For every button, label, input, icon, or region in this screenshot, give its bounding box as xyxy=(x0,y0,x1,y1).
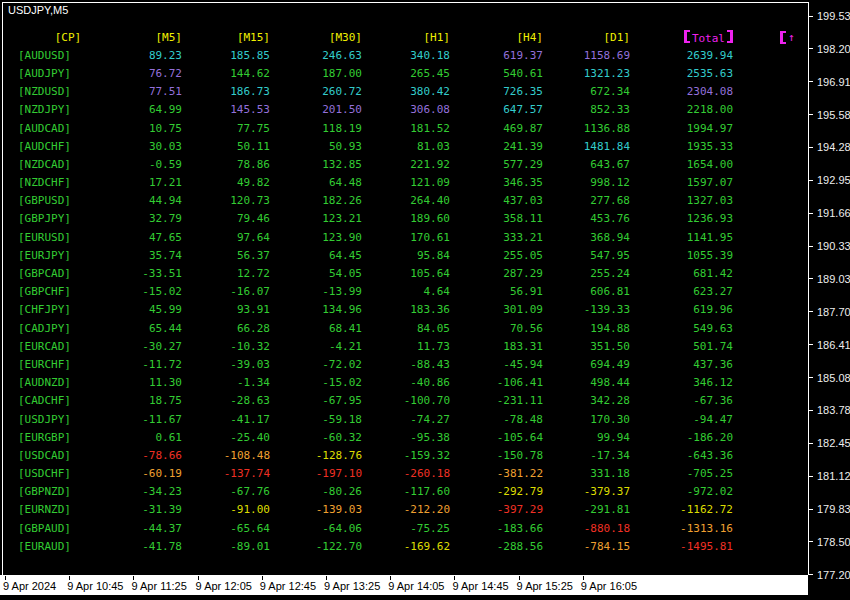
time-label: 9 Apr 14:05 xyxy=(388,580,444,592)
price-label: 199.538 xyxy=(817,10,850,22)
value-cell: 99.94 xyxy=(543,431,630,444)
table-row: [GBPUSD]44.94120.73182.26264.40437.03277… xyxy=(18,192,733,210)
table-row: [NZDUSD]77.51186.73260.72380.42726.35672… xyxy=(18,83,733,101)
pair-label: [EURAUD] xyxy=(18,540,118,553)
value-cell: 17.21 xyxy=(118,176,182,189)
price-tick xyxy=(808,311,813,312)
value-cell: -72.02 xyxy=(270,358,362,371)
value-cell: 84.05 xyxy=(362,322,450,335)
table-row: [AUDJPY]76.72144.62187.00265.45540.61132… xyxy=(18,64,733,82)
time-label: 9 Apr 13:25 xyxy=(324,580,380,592)
value-cell: 277.68 xyxy=(543,194,630,207)
value-cell: -91.00 xyxy=(182,503,270,516)
value-cell: -60.19 xyxy=(118,467,182,480)
value-cell: -784.15 xyxy=(543,540,630,553)
left-lenticular-bracket xyxy=(684,30,690,43)
value-cell: 1597.07 xyxy=(630,176,733,189)
value-cell: -41.17 xyxy=(182,413,270,426)
price-tick xyxy=(808,180,813,181)
table-row: [GBPJPY]32.7979.46123.21189.60358.11453.… xyxy=(18,210,733,228)
value-cell: -231.11 xyxy=(450,394,543,407)
right-lenticular-bracket xyxy=(727,30,733,43)
value-cell: 132.85 xyxy=(270,158,362,171)
time-label: 9 Apr 14:45 xyxy=(452,580,508,592)
table-row: [GBPCHF]-15.02-16.07-13.994.6456.91606.8… xyxy=(18,283,733,301)
value-cell: -880.18 xyxy=(543,522,630,535)
pair-label: [EURJPY] xyxy=(18,249,118,262)
value-cell: 120.73 xyxy=(182,194,270,207)
value-cell: -106.41 xyxy=(450,376,543,389)
pair-label: [AUDNZD] xyxy=(18,376,118,389)
value-cell: 79.46 xyxy=(182,212,270,225)
price-label: 178.503 xyxy=(817,536,850,548)
value-cell: 118.19 xyxy=(270,122,362,135)
pair-label: [USDCHF] xyxy=(18,467,118,480)
value-cell: 1136.88 xyxy=(543,122,630,135)
value-cell: -31.39 xyxy=(118,503,182,516)
value-cell: -1495.81 xyxy=(630,540,733,553)
left-lenticular-bracket xyxy=(780,31,786,44)
table-row: [EURUSD]47.6597.64123.90170.61333.21368.… xyxy=(18,228,733,246)
price-tick xyxy=(808,213,813,214)
time-label: 9 Apr 11:25 xyxy=(131,580,186,592)
value-cell: 1327.03 xyxy=(630,194,733,207)
value-cell: -67.95 xyxy=(270,394,362,407)
price-label: 181.128 xyxy=(817,470,850,482)
value-cell: 255.24 xyxy=(543,267,630,280)
value-cell: -197.10 xyxy=(270,467,362,480)
value-cell: 77.51 xyxy=(118,85,182,98)
value-cell: 123.21 xyxy=(270,212,362,225)
value-cell: -17.34 xyxy=(543,449,630,462)
value-cell: -128.76 xyxy=(270,449,362,462)
price-label: 196.913 xyxy=(817,76,850,88)
value-cell: 501.74 xyxy=(630,340,733,353)
value-cell: 93.91 xyxy=(182,303,270,316)
value-cell: -150.78 xyxy=(450,449,543,462)
value-cell: 333.21 xyxy=(450,231,543,244)
value-cell: 346.12 xyxy=(630,376,733,389)
price-label: 187.708 xyxy=(817,306,850,318)
chart-area[interactable]: USDJPY,M5 [CP][M5][M15][M30][H1][H4][D1]… xyxy=(0,0,808,575)
value-cell: 1158.69 xyxy=(543,49,630,62)
value-cell: 437.03 xyxy=(450,194,543,207)
value-cell: 351.50 xyxy=(543,340,630,353)
value-cell: 306.08 xyxy=(362,103,450,116)
value-cell: 56.91 xyxy=(450,285,543,298)
price-label: 177.208 xyxy=(817,569,850,581)
time-axis[interactable]: 9 Apr 20249 Apr 10:459 Apr 11:259 Apr 12… xyxy=(0,575,808,595)
pair-label: [GBPNZD] xyxy=(18,485,118,498)
value-cell: 255.05 xyxy=(450,249,543,262)
value-cell: -67.36 xyxy=(630,394,733,407)
table-header-row: [CP][M5][M15][M30][H1][H4][D1]Total xyxy=(18,28,733,46)
value-cell: -0.59 xyxy=(118,158,182,171)
price-tick xyxy=(808,278,813,279)
value-cell: 77.75 xyxy=(182,122,270,135)
value-cell: -25.40 xyxy=(182,431,270,444)
value-cell: 44.94 xyxy=(118,194,182,207)
price-tick xyxy=(808,147,813,148)
price-axis[interactable]: 199.538198.208196.913195.583194.288192.9… xyxy=(808,0,850,600)
price-label: 198.208 xyxy=(817,43,850,55)
table-row: [EURCHF]-11.72-39.03-72.02-88.43-45.9469… xyxy=(18,355,733,373)
value-cell: 619.96 xyxy=(630,303,733,316)
table-row: [AUDUSD]89.23185.85246.63340.18619.37115… xyxy=(18,46,733,64)
value-cell: 1055.39 xyxy=(630,249,733,262)
price-tick xyxy=(808,48,813,49)
column-header: [M5] xyxy=(118,31,182,44)
table-row: [EURAUD]-41.78-89.01-122.70-169.62-288.5… xyxy=(18,537,733,555)
price-tick xyxy=(808,541,813,542)
value-cell: 201.50 xyxy=(270,103,362,116)
value-cell: 606.81 xyxy=(543,285,630,298)
value-cell: 437.36 xyxy=(630,358,733,371)
table-row: [GBPNZD]-34.23-67.76-80.26-117.60-292.79… xyxy=(18,483,733,501)
value-cell: -80.26 xyxy=(270,485,362,498)
pair-label: [AUDJPY] xyxy=(18,67,118,80)
value-cell: 95.84 xyxy=(362,249,450,262)
price-tick xyxy=(808,377,813,378)
value-cell: -41.78 xyxy=(118,540,182,553)
chart-border-top xyxy=(2,2,808,3)
pair-label: [GBPCAD] xyxy=(18,267,118,280)
value-cell: -94.47 xyxy=(630,413,733,426)
mt4-chart-window: USDJPY,M5 [CP][M5][M15][M30][H1][H4][D1]… xyxy=(0,0,850,600)
value-cell: 577.29 xyxy=(450,158,543,171)
